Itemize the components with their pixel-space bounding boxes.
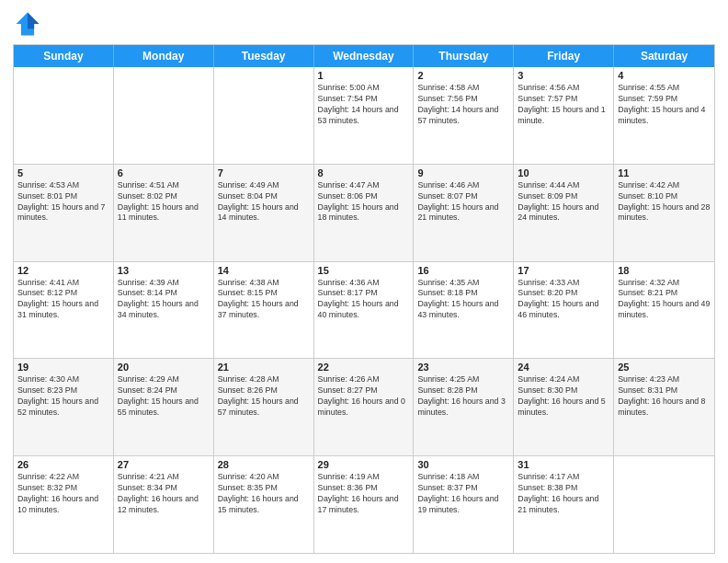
cal-cell-r0-c1 — [114, 67, 214, 164]
day-info: Sunrise: 4:46 AM Sunset: 8:07 PM Dayligh… — [417, 180, 509, 224]
day-number: 24 — [518, 362, 609, 373]
cal-cell-r1-c1: 6Sunrise: 4:51 AM Sunset: 8:02 PM Daylig… — [114, 165, 214, 261]
day-number: 29 — [318, 459, 410, 470]
cal-cell-r4-c4: 30Sunrise: 4:18 AM Sunset: 8:37 PM Dayli… — [414, 456, 514, 553]
calendar-row-3: 19Sunrise: 4:30 AM Sunset: 8:23 PM Dayli… — [14, 358, 714, 455]
day-number: 9 — [417, 167, 509, 178]
day-info: Sunrise: 4:29 AM Sunset: 8:24 PM Dayligh… — [118, 374, 210, 419]
day-number: 21 — [218, 362, 310, 373]
day-info: Sunrise: 4:56 AM Sunset: 7:57 PM Dayligh… — [518, 83, 609, 127]
day-number: 22 — [318, 362, 410, 373]
header-wednesday: Wednesday — [314, 45, 415, 67]
day-number: 26 — [17, 459, 109, 470]
calendar-row-1: 5Sunrise: 4:53 AM Sunset: 8:01 PM Daylig… — [14, 164, 714, 261]
cal-cell-r2-c3: 15Sunrise: 4:36 AM Sunset: 8:17 PM Dayli… — [314, 262, 415, 359]
svg-marker-1 — [28, 13, 39, 29]
calendar: Sunday Monday Tuesday Wednesday Thursday… — [13, 44, 715, 554]
day-info: Sunrise: 4:26 AM Sunset: 8:27 PM Dayligh… — [318, 374, 410, 419]
day-number: 18 — [618, 265, 711, 276]
day-number: 20 — [118, 362, 210, 373]
day-info: Sunrise: 4:36 AM Sunset: 8:17 PM Dayligh… — [318, 278, 410, 322]
cal-cell-r0-c6: 4Sunrise: 4:55 AM Sunset: 7:59 PM Daylig… — [614, 67, 714, 164]
day-number: 4 — [618, 70, 711, 81]
day-number: 1 — [318, 70, 410, 81]
cal-cell-r2-c4: 16Sunrise: 4:35 AM Sunset: 8:18 PM Dayli… — [414, 262, 514, 359]
calendar-row-4: 26Sunrise: 4:22 AM Sunset: 8:32 PM Dayli… — [14, 455, 714, 553]
cal-cell-r3-c1: 20Sunrise: 4:29 AM Sunset: 8:24 PM Dayli… — [114, 359, 214, 455]
header — [13, 9, 715, 39]
day-info: Sunrise: 4:22 AM Sunset: 8:32 PM Dayligh… — [17, 472, 109, 516]
cal-cell-r1-c6: 11Sunrise: 4:42 AM Sunset: 8:10 PM Dayli… — [614, 165, 714, 261]
cal-cell-r2-c1: 13Sunrise: 4:39 AM Sunset: 8:14 PM Dayli… — [114, 262, 214, 359]
day-number: 6 — [118, 167, 210, 178]
day-info: Sunrise: 4:44 AM Sunset: 8:09 PM Dayligh… — [518, 180, 609, 224]
cal-cell-r2-c6: 18Sunrise: 4:32 AM Sunset: 8:21 PM Dayli… — [614, 262, 714, 359]
cal-cell-r3-c6: 25Sunrise: 4:23 AM Sunset: 8:31 PM Dayli… — [614, 359, 714, 455]
day-info: Sunrise: 4:28 AM Sunset: 8:26 PM Dayligh… — [218, 374, 310, 419]
day-number: 27 — [118, 459, 210, 470]
day-info: Sunrise: 4:23 AM Sunset: 8:31 PM Dayligh… — [618, 374, 711, 419]
day-number: 31 — [518, 459, 609, 470]
cal-cell-r0-c5: 3Sunrise: 4:56 AM Sunset: 7:57 PM Daylig… — [514, 67, 614, 164]
day-info: Sunrise: 4:30 AM Sunset: 8:23 PM Dayligh… — [17, 374, 109, 419]
day-number: 30 — [417, 459, 509, 470]
day-info: Sunrise: 4:41 AM Sunset: 8:12 PM Dayligh… — [17, 278, 109, 322]
cal-cell-r3-c3: 22Sunrise: 4:26 AM Sunset: 8:27 PM Dayli… — [314, 359, 415, 455]
calendar-header: Sunday Monday Tuesday Wednesday Thursday… — [14, 45, 714, 67]
cal-cell-r4-c1: 27Sunrise: 4:21 AM Sunset: 8:34 PM Dayli… — [114, 456, 214, 553]
day-number: 25 — [618, 362, 711, 373]
day-info: Sunrise: 4:55 AM Sunset: 7:59 PM Dayligh… — [618, 83, 711, 127]
cal-cell-r1-c5: 10Sunrise: 4:44 AM Sunset: 8:09 PM Dayli… — [514, 165, 614, 261]
day-number: 23 — [417, 362, 509, 373]
day-info: Sunrise: 4:35 AM Sunset: 8:18 PM Dayligh… — [417, 278, 509, 322]
header-thursday: Thursday — [414, 45, 514, 67]
cal-cell-r0-c3: 1Sunrise: 5:00 AM Sunset: 7:54 PM Daylig… — [314, 67, 415, 164]
cal-cell-r1-c3: 8Sunrise: 4:47 AM Sunset: 8:06 PM Daylig… — [314, 165, 415, 261]
day-number: 12 — [17, 265, 109, 276]
day-info: Sunrise: 4:21 AM Sunset: 8:34 PM Dayligh… — [118, 472, 210, 516]
day-number: 15 — [318, 265, 410, 276]
calendar-row-2: 12Sunrise: 4:41 AM Sunset: 8:12 PM Dayli… — [14, 261, 714, 359]
cal-cell-r4-c6 — [614, 456, 714, 553]
day-number: 16 — [417, 265, 509, 276]
day-number: 5 — [17, 167, 109, 178]
header-saturday: Saturday — [614, 45, 714, 67]
day-info: Sunrise: 4:33 AM Sunset: 8:20 PM Dayligh… — [518, 278, 609, 322]
cal-cell-r2-c0: 12Sunrise: 4:41 AM Sunset: 8:12 PM Dayli… — [14, 262, 114, 359]
cal-cell-r1-c2: 7Sunrise: 4:49 AM Sunset: 8:04 PM Daylig… — [214, 165, 314, 261]
day-number: 8 — [318, 167, 410, 178]
cal-cell-r0-c4: 2Sunrise: 4:58 AM Sunset: 7:56 PM Daylig… — [414, 67, 514, 164]
day-number: 28 — [218, 459, 310, 470]
day-info: Sunrise: 4:17 AM Sunset: 8:38 PM Dayligh… — [518, 472, 609, 516]
page: Sunday Monday Tuesday Wednesday Thursday… — [0, 0, 728, 563]
calendar-row-0: 1Sunrise: 5:00 AM Sunset: 7:54 PM Daylig… — [14, 67, 714, 164]
cal-cell-r3-c0: 19Sunrise: 4:30 AM Sunset: 8:23 PM Dayli… — [14, 359, 114, 455]
cal-cell-r4-c3: 29Sunrise: 4:19 AM Sunset: 8:36 PM Dayli… — [314, 456, 415, 553]
cal-cell-r1-c0: 5Sunrise: 4:53 AM Sunset: 8:01 PM Daylig… — [14, 165, 114, 261]
day-info: Sunrise: 4:42 AM Sunset: 8:10 PM Dayligh… — [618, 180, 711, 224]
day-info: Sunrise: 4:47 AM Sunset: 8:06 PM Dayligh… — [318, 180, 410, 224]
cal-cell-r0-c2 — [214, 67, 314, 164]
logo — [13, 9, 46, 39]
header-sunday: Sunday — [14, 45, 114, 67]
day-number: 10 — [518, 167, 609, 178]
day-number: 3 — [518, 70, 609, 81]
day-info: Sunrise: 4:20 AM Sunset: 8:35 PM Dayligh… — [218, 472, 310, 516]
day-number: 19 — [17, 362, 109, 373]
day-number: 7 — [218, 167, 310, 178]
day-info: Sunrise: 4:32 AM Sunset: 8:21 PM Dayligh… — [618, 278, 711, 322]
cal-cell-r4-c2: 28Sunrise: 4:20 AM Sunset: 8:35 PM Dayli… — [214, 456, 314, 553]
day-info: Sunrise: 4:18 AM Sunset: 8:37 PM Dayligh… — [417, 472, 509, 516]
cal-cell-r1-c4: 9Sunrise: 4:46 AM Sunset: 8:07 PM Daylig… — [414, 165, 514, 261]
day-info: Sunrise: 4:49 AM Sunset: 8:04 PM Dayligh… — [218, 180, 310, 224]
day-info: Sunrise: 4:39 AM Sunset: 8:14 PM Dayligh… — [118, 278, 210, 322]
cal-cell-r2-c2: 14Sunrise: 4:38 AM Sunset: 8:15 PM Dayli… — [214, 262, 314, 359]
logo-icon — [13, 9, 42, 39]
cal-cell-r4-c5: 31Sunrise: 4:17 AM Sunset: 8:38 PM Dayli… — [514, 456, 614, 553]
header-tuesday: Tuesday — [214, 45, 314, 67]
cal-cell-r3-c4: 23Sunrise: 4:25 AM Sunset: 8:28 PM Dayli… — [414, 359, 514, 455]
day-info: Sunrise: 4:24 AM Sunset: 8:30 PM Dayligh… — [518, 374, 609, 419]
cal-cell-r3-c2: 21Sunrise: 4:28 AM Sunset: 8:26 PM Dayli… — [214, 359, 314, 455]
cal-cell-r0-c0 — [14, 67, 114, 164]
day-number: 13 — [118, 265, 210, 276]
